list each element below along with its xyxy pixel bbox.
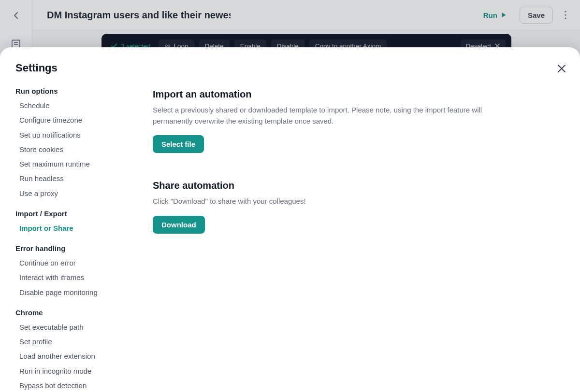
group-import-export: Import / Export (15, 210, 140, 218)
run-options-list: Schedule Configure timezone Set up notif… (15, 100, 140, 199)
sidebar-item-notifications[interactable]: Set up notifications (19, 129, 140, 140)
sidebar-item-proxy[interactable]: Use a proxy (19, 188, 140, 199)
sidebar-item-headless[interactable]: Run headless (19, 173, 140, 184)
group-run-options: Run options (15, 87, 140, 95)
sidebar-item-max-runtime[interactable]: Set maximum runtime (19, 158, 140, 169)
settings-sidebar: Settings Run options Schedule Configure … (0, 47, 153, 392)
sidebar-item-page-monitoring[interactable]: Disable page monitoring (19, 287, 140, 298)
sidebar-item-cookies[interactable]: Store cookies (19, 144, 140, 155)
sidebar-item-extension[interactable]: Load another extension (19, 350, 140, 362)
share-heading: Share automation (153, 180, 510, 191)
download-button[interactable]: Download (153, 216, 205, 234)
sidebar-item-continue-error[interactable]: Continue on error (19, 257, 140, 268)
sidebar-item-import-share[interactable]: Import or Share (19, 223, 140, 234)
chrome-list: Set executable path Set profile Load ano… (15, 322, 140, 391)
sidebar-item-schedule[interactable]: Schedule (19, 100, 140, 111)
import-heading: Import an automation (153, 89, 510, 100)
settings-sheet: Settings Run options Schedule Configure … (0, 47, 580, 392)
sidebar-item-timezone[interactable]: Configure timezone (19, 114, 140, 126)
sidebar-item-profile[interactable]: Set profile (19, 336, 140, 347)
close-icon (556, 63, 567, 74)
sidebar-item-iframes[interactable]: Interact with iframes (19, 272, 140, 283)
settings-main: Import an automation Select a previously… (153, 47, 530, 392)
sidebar-item-exec-path[interactable]: Set executable path (19, 322, 140, 333)
error-handling-list: Continue on error Interact with iframes … (15, 257, 140, 298)
group-chrome: Chrome (15, 308, 140, 317)
settings-title: Settings (15, 62, 140, 74)
sidebar-item-incognito[interactable]: Run in incognito mode (19, 365, 140, 377)
group-error-handling: Error handling (15, 244, 140, 252)
select-file-button[interactable]: Select file (153, 135, 204, 153)
import-body: Select a previously shared or downloaded… (153, 105, 506, 126)
share-body: Click "Download" to share with your coll… (153, 196, 506, 207)
sidebar-item-bot-detection[interactable]: Bypass bot detection (19, 380, 140, 391)
close-sheet-button[interactable] (556, 63, 567, 74)
import-export-list: Import or Share (15, 223, 140, 234)
